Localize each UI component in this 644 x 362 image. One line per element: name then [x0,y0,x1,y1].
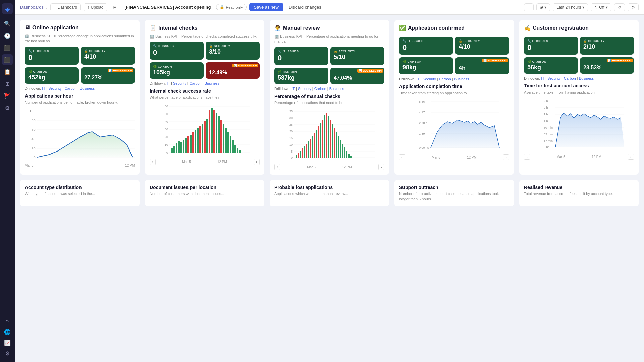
code-icon[interactable]: ⚙ [2,103,13,113]
time-range-button[interactable]: Last 24 hours ▾ [553,3,588,11]
svg-text:5: 5 [291,150,293,153]
col5-chart-prev[interactable]: ‹ [524,154,530,160]
col5-carbon-label: 🌿 CARBON [527,60,575,63]
globe-icon[interactable]: 🌐 [2,326,13,337]
svg-text:0: 0 [291,156,293,159]
svg-rect-54 [237,148,238,153]
layers-icon[interactable]: ⬛ [2,54,13,65]
col3-drill-biz[interactable]: Business [329,87,344,91]
svg-text:40: 40 [31,137,36,141]
col4-drill-sec[interactable]: Security [423,77,436,81]
col5-drill-carbon[interactable]: Carbon [564,76,576,80]
col3-carbon-label: 🌿 CARBON [278,70,325,74]
col1-chart: 100 80 60 40 20 0 Mar 5 [25,108,135,170]
svg-text:30: 30 [289,116,293,120]
dashboard-settings-button[interactable]: ⚙ [628,3,639,11]
grid-icon[interactable]: ⊞ [2,78,13,89]
svg-rect-93 [338,136,339,158]
col4-drill-it[interactable]: IT [416,77,420,81]
dashboards-link[interactable]: Dashboards [20,5,44,10]
svg-rect-73 [298,153,299,158]
svg-text:5.56 h: 5.56 h [419,100,427,103]
save-as-new-button[interactable]: Save as new [249,3,283,11]
col4-drill-biz[interactable]: Business [454,77,469,81]
flag-icon[interactable]: 🚩 [2,90,13,101]
col2-kpi-row: 🔧 IT ISSUES 0 🔒 SECURITY 3/10 [150,42,260,60]
svg-rect-92 [336,132,337,158]
support-outreach-desc: Number of pro-active support calls becau… [399,191,509,202]
col4-chart-next[interactable]: › [503,154,509,160]
col2-icon: 📋 [150,25,156,31]
col5-sec-label: 🔒 SECURITY [583,39,631,43]
view-options-button[interactable]: ◉ ▾ [536,3,550,11]
svg-text:0: 0 [166,151,168,154]
svg-rect-76 [304,146,305,158]
col1-drill-carbon[interactable]: Carbon [65,86,77,90]
expand-icon[interactable]: » [2,316,13,326]
refresh-button[interactable]: ↻ [614,3,625,11]
col4-carbon-tile: 🌿 CARBON 98kg [399,57,453,74]
realised-revenue-card: Realised revenue Total revenue from acco… [519,180,639,206]
col2-drill-it[interactable]: IT [167,81,170,85]
col5-chart-time: 12 PM [592,155,601,159]
recent-icon[interactable]: 🕐 [2,30,13,41]
col3-biz-tile: 📊 BUSINESS KPI 47.04% [330,68,384,84]
col3-chart-prev[interactable]: ‹ [274,164,280,170]
svg-text:10: 10 [165,143,168,146]
upload-button[interactable]: ↑ Upload [84,3,107,11]
col1-drill-biz[interactable]: Business [80,86,95,90]
col3-chart: 35 30 25 20 15 10 5 0 [274,108,384,170]
col3-chart-next[interactable]: › [378,164,384,170]
col5-drill-sec[interactable]: Security [547,76,561,80]
col5-chart-next[interactable]: › [628,154,634,160]
add-panel-button[interactable]: + [524,3,534,11]
panel-icon[interactable]: 📋 [2,66,13,77]
col5-drill-biz[interactable]: Business [579,76,594,80]
col4-drill-carbon[interactable]: Carbon [439,77,451,81]
col1-carbon-value: 452kg [28,74,75,81]
col2-drill-sec[interactable]: Security [173,81,186,85]
svg-text:33 min: 33 min [544,133,553,136]
probable-lost-card: Probable lost applications Applications … [270,180,389,206]
panel-toggle-button[interactable]: ⊟ [110,3,119,12]
col5-chart-section: Time for first account access Average ti… [524,83,634,170]
col2-drill-carbon[interactable]: Carbon [190,81,202,85]
col1-drill-it[interactable]: IT [42,86,45,90]
col4-chart-title: Application completion time [399,84,509,89]
col2-subtitle: 🏢 Business KPI = Percentage of checks co… [150,34,260,39]
search-icon[interactable]: 🔍 [2,18,13,29]
col3-drill-sec[interactable]: Security [298,87,311,91]
svg-rect-44 [213,110,215,153]
col4-chart-prev[interactable]: ‹ [399,154,405,160]
account-type-desc: What type of account was selected in the… [25,191,135,196]
svg-rect-87 [326,113,327,158]
col5-drill-it[interactable]: IT [541,76,544,80]
apps-icon[interactable]: ⬛ [2,42,13,53]
metrics-row: 🖥 Online application 🏢 Business KPI = Pe… [20,20,639,175]
svg-rect-84 [320,123,321,158]
col1-drilldown: Drilldown: IT | Security | Carbon | Busi… [25,86,135,90]
col5-biz-badge: 📊 BUSINESS KPI [607,59,633,62]
svg-rect-39 [202,124,203,153]
svg-rect-94 [340,140,341,158]
col2-drill-biz[interactable]: Business [205,81,220,85]
col3-drill-it[interactable]: IT [291,87,295,91]
svg-rect-33 [187,136,189,153]
col2-carbon-value: 105kg [153,69,200,76]
col4-chart-section: Application completion time Time taken f… [399,84,509,170]
settings-sidebar-icon[interactable]: ⚙ [2,348,13,359]
col1-drill-sec[interactable]: Security [48,86,62,90]
svg-rect-98 [348,154,350,158]
auto-refresh-button[interactable]: ↻ Off ▾ [591,3,611,11]
svg-text:35: 35 [289,110,293,113]
dashboard-body: 🖥 Online application 🏢 Business KPI = Pe… [15,15,644,362]
svg-rect-78 [308,141,309,158]
discard-changes-button[interactable]: Discard changes [286,3,324,11]
svg-text:1.39 h: 1.39 h [419,132,427,135]
col2-chart-next[interactable]: › [254,159,260,165]
col2-chart-prev[interactable]: ‹ [150,159,156,165]
col3-drill-carbon[interactable]: Carbon [314,87,326,91]
dashboard-button[interactable]: + Dashboard [50,3,81,11]
chart-sidebar-icon[interactable]: 📈 [2,337,13,348]
logo-icon[interactable]: ◈ [2,3,13,14]
